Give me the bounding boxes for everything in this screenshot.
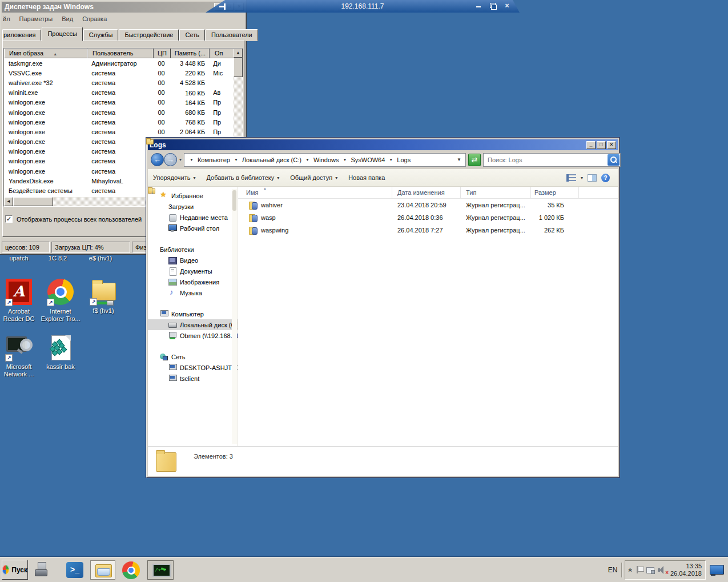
tab-performance[interactable]: Быстродействие [119, 29, 179, 41]
nav-item[interactable]: Рабочий стол [148, 223, 238, 234]
organize-button[interactable]: Упорядочить▾ [153, 174, 195, 181]
chevron-icon[interactable]: ▼ [190, 158, 194, 162]
desktop-icon-f-share[interactable]: ↗ f$ (hv1) [83, 278, 124, 315]
preview-pane-icon[interactable] [588, 174, 597, 182]
maximize-icon[interactable]: □ [597, 141, 606, 149]
scrollbar-thumb[interactable] [234, 58, 243, 77]
views-icon[interactable] [566, 174, 576, 182]
address-dropdown-icon[interactable]: ▼ [457, 157, 463, 162]
chevron-icon[interactable]: ▼ [389, 158, 393, 162]
show-desktop-icon[interactable] [710, 565, 723, 575]
refresh-icon[interactable]: ⇄ [468, 154, 481, 166]
nav-section[interactable]: Избранное [148, 190, 238, 201]
nav-item[interactable]: Музыка [148, 287, 238, 298]
menu-file[interactable]: йл [2, 14, 15, 24]
breadcrumb-logs[interactable]: Logs [397, 156, 411, 163]
restore-icon[interactable] [488, 2, 497, 10]
new-folder-button[interactable]: Новая папка [348, 174, 385, 181]
process-row[interactable]: winlogon.exeсистема00164 КБПр [4, 98, 234, 107]
network-icon[interactable] [646, 567, 655, 574]
close-icon[interactable]: × [502, 2, 512, 10]
desktop-label-e-share[interactable]: e$ (hv1) [80, 255, 121, 262]
nav-item[interactable]: Документы [148, 266, 238, 276]
column-type[interactable]: Тип [461, 187, 531, 198]
nav-section[interactable]: Сеть [148, 351, 238, 362]
chevron-icon[interactable]: ▼ [305, 158, 309, 162]
process-row[interactable]: winlogon.exeсистема00680 КБПр [4, 107, 234, 117]
language-indicator[interactable]: EN [604, 566, 621, 574]
process-row[interactable]: winlogon.exeсистема002 064 КБПр [4, 127, 234, 137]
file-row[interactable]: wasp26.04.2018 0:36Журнал регистрац...1 … [238, 211, 618, 224]
desktop-icon-chrome[interactable]: ↗ InternetExplorer Tro... [40, 278, 81, 323]
process-row[interactable]: wahiver.exe *32система004 528 КБ [4, 78, 234, 87]
nav-item[interactable]: Загрузки [148, 201, 238, 212]
volume-muted-icon[interactable]: × [658, 566, 667, 574]
desktop-icon-microsoft-network[interactable]: ↗ MicrosoftNetwork ... [0, 334, 39, 378]
scrollbar-thumb[interactable] [13, 197, 53, 206]
nav-item[interactable]: DESKTOP-ASHJTLO [148, 362, 238, 373]
file-row[interactable]: waspwing26.04.2018 7:27Журнал регистрац.… [238, 224, 618, 236]
search-icon[interactable] [608, 154, 620, 166]
clock[interactable]: 13:35 26.04.2018 [670, 563, 703, 577]
checkbox-check-icon[interactable]: ✓ [5, 215, 13, 223]
tab-network[interactable]: Сеть [179, 29, 204, 41]
menu-help[interactable]: Справка [78, 14, 111, 24]
process-row[interactable]: VSSVC.exeсистема00220 КБMic [4, 68, 234, 78]
explorer-titlebar[interactable]: Logs _ □ × [148, 139, 618, 150]
nav-item[interactable]: Недавние места [148, 212, 238, 223]
column-description[interactable]: Оп [210, 49, 235, 58]
taskbar-chrome-button[interactable] [122, 561, 140, 579]
breadcrumb-local-disk-c[interactable]: Локальный диск (C:) [242, 156, 301, 163]
scroll-up-icon[interactable]: ▲ [234, 49, 243, 58]
column-cpu[interactable]: ЦП [154, 49, 171, 58]
back-icon[interactable]: ← [151, 153, 164, 166]
column-memory[interactable]: Память (... [171, 49, 210, 58]
process-row[interactable]: wininit.exeсистема00160 КБАв [4, 88, 234, 98]
rdp-connection-bar[interactable]: 192.168.111.7 × [206, 0, 520, 13]
taskbar-performance-monitor-button[interactable] [147, 560, 174, 580]
desktop-icon-kassir-bak[interactable]: kassir bak [40, 334, 81, 371]
add-to-library-button[interactable]: Добавить в библиотеку▾ [206, 174, 279, 181]
start-button[interactable]: Пуск [2, 560, 28, 580]
column-image-name[interactable]: Имя образа ▲ [4, 49, 87, 58]
search-input[interactable]: Поиск: Logs [483, 153, 621, 167]
menu-options[interactable]: Параметры [15, 14, 58, 24]
tab-services[interactable]: Службы [83, 29, 119, 41]
flag-icon[interactable] [636, 566, 643, 574]
file-row[interactable]: wahiver23.04.2018 20:59Журнал регистрац.… [238, 199, 618, 211]
menu-view[interactable]: Вид [57, 14, 78, 24]
minimize-icon[interactable] [474, 2, 483, 10]
nav-section[interactable]: Библиотеки [148, 244, 238, 255]
nav-section[interactable]: Компьютер [148, 308, 238, 319]
breadcrumb-windows[interactable]: Windows [313, 156, 339, 163]
taskbar-explorer-button[interactable] [90, 560, 115, 580]
column-date-modified[interactable]: Дата изменения [392, 187, 461, 198]
tab-processes[interactable]: Процессы [42, 27, 82, 41]
breadcrumb[interactable]: ▼ Компьютер ▼ Локальный диск (C:) ▼ Wind… [184, 153, 466, 167]
nav-scrollbar[interactable] [232, 189, 237, 444]
nav-item[interactable]: Локальный диск (C:) [148, 319, 238, 330]
tab-users[interactable]: Пользователи [206, 29, 258, 41]
column-name[interactable]: ▲Имя [238, 187, 392, 198]
nav-item[interactable]: Изображения [148, 276, 238, 287]
chevron-icon[interactable]: ▼ [234, 158, 238, 162]
history-chevron-icon[interactable]: ▾ [179, 157, 182, 162]
breadcrumb-syswow64[interactable]: SysWOW64 [351, 156, 385, 163]
process-row[interactable]: winlogon.exeсистема00768 КБПр [4, 117, 234, 127]
tab-applications[interactable]: риложения [2, 29, 41, 41]
nav-item[interactable]: Obmen (\\192.168.118 [148, 330, 238, 341]
nav-item[interactable]: Видео [148, 255, 238, 266]
close-icon[interactable]: × [607, 141, 616, 149]
taskbar-powershell-button[interactable]: >_ [66, 562, 83, 578]
desktop-label-1c[interactable]: 1C 8.2 [37, 255, 78, 262]
desktop-icon-acrobat[interactable]: ↗ AcrobatReader DC [0, 278, 39, 323]
minimize-icon[interactable]: _ [586, 141, 596, 149]
column-size[interactable]: Размер [531, 187, 579, 198]
desktop-label-upatch[interactable]: upatch [0, 255, 39, 262]
chevron-up-icon[interactable]: « [626, 567, 634, 573]
forward-icon[interactable]: → [164, 153, 177, 166]
column-user[interactable]: Пользователь [87, 49, 154, 58]
nav-item[interactable]: tsclient [148, 373, 238, 384]
show-all-processes-checkbox[interactable]: ✓ Отображать процессы всех пользователей [5, 215, 142, 223]
taskbar-server-manager-button[interactable] [38, 562, 46, 576]
